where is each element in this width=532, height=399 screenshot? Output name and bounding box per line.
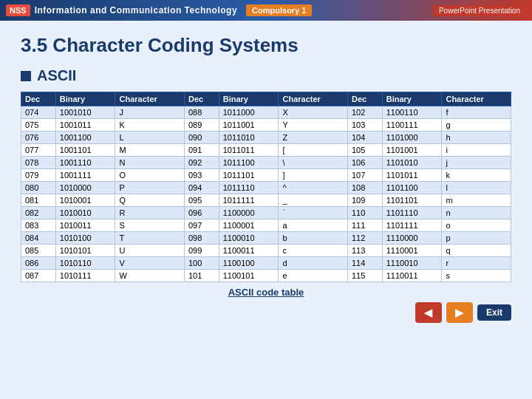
table-cell: 090	[184, 132, 219, 144]
table-cell: 1001110	[55, 157, 115, 169]
table-cell: 1010000	[55, 182, 115, 194]
table-row: 0831010011S0971100001a1111101111o	[21, 219, 511, 232]
table-cell: 1101111	[382, 219, 442, 232]
table-cell: ]	[279, 169, 348, 182]
next-button[interactable]: ▶	[446, 302, 473, 323]
table-cell: 1100001	[219, 219, 279, 232]
table-cell: 1101010	[382, 157, 442, 169]
table-cell: 077	[21, 144, 56, 157]
table-cell: 110	[347, 207, 382, 219]
table-cell: h	[442, 132, 511, 144]
table-cell: J	[115, 106, 185, 119]
table-row: 0841010100T0981100010b1121110000p	[21, 232, 511, 245]
table-cell: k	[442, 169, 511, 182]
table-cell: 083	[21, 219, 56, 232]
nss-badge: NSS	[6, 4, 30, 16]
table-cell: 1110001	[382, 245, 442, 257]
table-cell: 112	[347, 232, 382, 245]
table-cell: 108	[347, 182, 382, 194]
table-cell: O	[115, 169, 185, 182]
table-cell: S	[115, 219, 185, 232]
table-cell: 1010001	[55, 194, 115, 207]
table-cell: _	[279, 194, 348, 207]
table-cell: 1011100	[219, 157, 279, 169]
table-cell: U	[115, 245, 185, 257]
table-cell: q	[442, 245, 511, 257]
table-cell: X	[279, 106, 348, 119]
table-cell: 084	[21, 232, 56, 245]
table-cell: N	[115, 157, 185, 169]
table-cell: d	[279, 257, 348, 270]
table-cell: 105	[347, 144, 382, 157]
table-cell: 1101101	[382, 194, 442, 207]
table-cell: 1011111	[219, 194, 279, 207]
col-dec-3: Dec	[347, 92, 382, 106]
table-cell: l	[442, 182, 511, 194]
table-cell: 080	[21, 182, 56, 194]
table-row: 0751001011K0891011001Y1031100111g	[21, 119, 511, 132]
table-cell: 1001011	[55, 119, 115, 132]
table-cell: 1011010	[219, 132, 279, 144]
table-cell: M	[115, 144, 185, 157]
ascii-section-label: ASCII	[37, 67, 76, 84]
table-cell: 1100100	[219, 257, 279, 270]
table-cell: 085	[21, 245, 56, 257]
table-cell: s	[442, 270, 511, 282]
table-row: 0761001100L0901011010Z1041101000h	[21, 132, 511, 144]
table-cell: 076	[21, 132, 56, 144]
col-bin-1: Binary	[55, 92, 115, 106]
table-cell: 075	[21, 119, 56, 132]
table-cell: a	[279, 219, 348, 232]
table-row: 0771001101M0911011011[1051101001i	[21, 144, 511, 157]
table-cell: g	[442, 119, 511, 132]
table-cell: 113	[347, 245, 382, 257]
table-cell: n	[442, 207, 511, 219]
table-cell: P	[115, 182, 185, 194]
table-cell: Y	[279, 119, 348, 132]
table-cell: 1010110	[55, 257, 115, 270]
table-body: 0741001010J0881011000X1021100110f0751001…	[21, 106, 511, 282]
table-cell: 1101011	[382, 169, 442, 182]
table-row: 0781001110N0921011100\1061101010j	[21, 157, 511, 169]
table-cell: 1011000	[219, 106, 279, 119]
table-cell: 1010101	[55, 245, 115, 257]
table-cell: 1001100	[55, 132, 115, 144]
col-char-3: Character	[442, 92, 511, 106]
table-cell: p	[442, 232, 511, 245]
header-title: Information and Communication Technology	[35, 5, 237, 16]
table-cell: o	[442, 219, 511, 232]
header-bar: NSS Information and Communication Techno…	[0, 0, 532, 21]
table-cell: [	[279, 144, 348, 157]
bullet-icon	[21, 71, 31, 81]
table-cell: 111	[347, 219, 382, 232]
table-cell: 1011110	[219, 182, 279, 194]
table-cell: 1100011	[219, 245, 279, 257]
main-content: 3.5 Character Coding Systems ASCII Dec B…	[0, 21, 532, 399]
table-cell: 082	[21, 207, 56, 219]
table-cell: \	[279, 157, 348, 169]
table-cell: `	[279, 207, 348, 219]
col-char-1: Character	[115, 92, 185, 106]
col-dec-2: Dec	[184, 92, 219, 106]
table-row: 0791001111O0931011101]1071101011k	[21, 169, 511, 182]
table-cell: 106	[347, 157, 382, 169]
table-cell: 078	[21, 157, 56, 169]
col-char-2: Character	[279, 92, 348, 106]
table-cell: 074	[21, 106, 56, 119]
table-row: 0811010001Q0951011111_1091101101m	[21, 194, 511, 207]
table-cell: 096	[184, 207, 219, 219]
table-cell: 100	[184, 257, 219, 270]
table-cell: 102	[347, 106, 382, 119]
section-heading: ASCII	[21, 67, 511, 84]
table-cell: 1110000	[382, 232, 442, 245]
exit-button[interactable]: Exit	[477, 304, 511, 321]
table-cell: T	[115, 232, 185, 245]
table-cell: 1100010	[219, 232, 279, 245]
table-row: 0801010000P0941011110^1081101100l	[21, 182, 511, 194]
table-cell: 104	[347, 132, 382, 144]
table-row: 0821010010R0961100000`1101101110n	[21, 207, 511, 219]
table-cell: e	[279, 270, 348, 282]
table-cell: Q	[115, 194, 185, 207]
prev-button[interactable]: ◀	[415, 302, 442, 323]
table-header-row: Dec Binary Character Dec Binary Characte…	[21, 92, 511, 106]
